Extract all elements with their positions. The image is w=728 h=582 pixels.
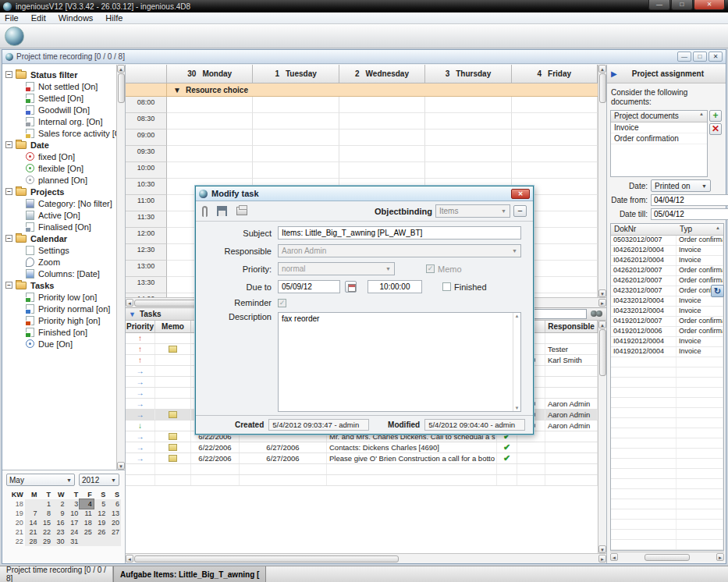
expander-icon[interactable]: −	[5, 188, 12, 195]
date-till-input[interactable]	[651, 208, 728, 220]
calendar-day[interactable]: 20	[107, 518, 121, 527]
scroll-left-icon[interactable]: ◄	[126, 299, 133, 307]
calendar-vertical-scrollbar[interactable]: ▲ ▼	[598, 65, 606, 297]
tree-item-settled-on[interactable]: Settled [On]	[5, 92, 116, 104]
memo-column-header[interactable]: Memo	[155, 321, 191, 332]
calendar-slot[interactable]	[512, 113, 598, 130]
tasks-vertical-scrollbar[interactable]: ▲ ▼	[598, 321, 606, 553]
calendar-slot[interactable]	[253, 97, 339, 113]
tree-item-priority-high-on[interactable]: Priority high [on]	[5, 314, 116, 326]
dok-row[interactable]: I04232012/0004Invoice	[611, 296, 723, 307]
calendar-day[interactable]: 13	[107, 509, 121, 518]
tree-item-fixed-on[interactable]: fixed [On]	[5, 151, 116, 162]
subject-input[interactable]	[278, 226, 521, 240]
dok-row[interactable]: I04232012/0004Invoice	[611, 307, 723, 317]
calendar-slot[interactable]	[167, 146, 253, 162]
scroll-down-icon[interactable]: ▼	[598, 545, 606, 553]
add-document-button[interactable]: +	[709, 110, 722, 122]
calendar-slot[interactable]	[339, 130, 425, 146]
calendar-day[interactable]: 17	[66, 518, 80, 527]
minimize-button[interactable]: —	[648, 0, 670, 10]
calendar-day[interactable]: 10	[66, 509, 80, 518]
doc-list-item[interactable]: Invoice	[611, 122, 707, 133]
tree-item-goodwill-on[interactable]: Goodwill [On]	[5, 104, 116, 115]
scroll-right-icon[interactable]: ►	[716, 553, 724, 561]
tree-group-date[interactable]: −Date	[5, 139, 116, 151]
mdi-close-button[interactable]: ✕	[708, 51, 723, 62]
dialog-close-button[interactable]: ✕	[511, 189, 530, 199]
doknr-column-header[interactable]: DokNr	[611, 224, 677, 235]
description-textarea[interactable]: fax reorder	[279, 313, 513, 411]
calendar-slot[interactable]	[167, 97, 253, 113]
calendar-day[interactable]: 21	[25, 527, 39, 537]
close-button[interactable]: ✕	[694, 0, 725, 10]
scroll-right-icon[interactable]: ►	[598, 555, 606, 562]
tree-group-calendar[interactable]: −Calendar	[5, 232, 116, 244]
scroll-down-icon[interactable]: ▼	[515, 406, 520, 410]
resource-choice-band[interactable]: ▼ Resource choice	[167, 83, 598, 97]
scrollbar-thumb[interactable]	[645, 554, 690, 561]
search-binoculars-icon[interactable]	[591, 311, 603, 318]
calendar-day[interactable]: 30	[52, 537, 66, 546]
calendar-slot[interactable]	[253, 113, 339, 130]
calendar-day[interactable]: 31	[66, 537, 80, 546]
typ-column-header[interactable]: Typ	[677, 224, 716, 235]
objectbinding-select[interactable]: Items ▼	[435, 204, 510, 218]
date-mode-select[interactable]: Printed on ▼	[651, 179, 711, 192]
sidebar-scrollbar[interactable]: ▲ ▼	[116, 65, 125, 470]
calendar-day[interactable]: 18	[80, 518, 94, 527]
scroll-right-icon[interactable]: ►	[598, 299, 606, 307]
calendar-day[interactable]: 4	[80, 499, 94, 509]
scrollbar-thumb[interactable]	[599, 329, 606, 376]
tree-item-columns-date[interactable]: Columns: [Date]	[5, 268, 116, 279]
status-task-tab[interactable]: Aufgabe Items: Little_Big_T_awning [	[113, 566, 266, 582]
calendar-day[interactable]: 15	[38, 518, 52, 527]
finished-checkbox[interactable]	[442, 282, 451, 291]
calendar-slot[interactable]	[512, 97, 598, 113]
dok-row[interactable]: 04192012/0006Order confirma	[611, 327, 723, 337]
calendar-day[interactable]: 26	[94, 527, 108, 537]
due-date-calendar-button[interactable]	[345, 281, 357, 293]
tree-item-planned-on[interactable]: planned [On]	[5, 174, 116, 186]
collapse-triangle-icon[interactable]: ▼	[173, 86, 181, 94]
dok-row[interactable]: I04262012/0004Invoice	[611, 246, 723, 256]
tree-group-tasks[interactable]: −Tasks	[5, 279, 116, 291]
dok-row[interactable]: I04192012/0004Invoice	[611, 347, 723, 357]
calendar-slot[interactable]	[339, 97, 425, 113]
task-row[interactable]: →6/22/20066/27/2006Please give O' Brien …	[126, 453, 598, 464]
scrollbar-thumb[interactable]	[118, 73, 125, 103]
priority-column-header[interactable]: Priority	[126, 321, 155, 332]
day-header-tuesday[interactable]: 1Tuesday	[253, 65, 339, 83]
tree-group-projects[interactable]: −Projects	[5, 186, 116, 197]
scroll-up-icon[interactable]: ▲	[598, 65, 606, 73]
mdi-minimize-button[interactable]: —	[677, 51, 691, 62]
tree-item-finalised-on[interactable]: Finalised [On]	[5, 221, 116, 232]
day-header-wednesday[interactable]: 2Wednesday	[339, 65, 425, 83]
due-time-input[interactable]	[368, 280, 422, 293]
calendar-slot[interactable]	[167, 113, 253, 130]
expand-triangle-icon[interactable]: ▶	[611, 69, 617, 78]
calendar-slot[interactable]	[253, 162, 339, 179]
scroll-up-icon[interactable]: ▲	[598, 321, 606, 328]
year-select[interactable]: 2012 ▼	[79, 474, 119, 486]
calendar-slot[interactable]	[253, 130, 339, 146]
month-select[interactable]: May ▼	[6, 474, 75, 486]
scroll-up-icon[interactable]: ▲	[515, 314, 520, 318]
scroll-left-icon[interactable]: ◄	[610, 553, 618, 561]
calendar-day[interactable]: 14	[25, 518, 39, 527]
calendar-slot[interactable]	[339, 146, 425, 162]
attachment-icon[interactable]	[202, 206, 208, 217]
tree-item-sales-force-activity-on[interactable]: Sales force activity [On]	[5, 127, 116, 139]
due-date-input[interactable]	[278, 280, 340, 293]
calendar-slot[interactable]	[425, 146, 511, 162]
calendar-day[interactable]: 19	[94, 518, 108, 527]
calendar-slot[interactable]	[512, 130, 598, 146]
responsible-select[interactable]: Aaron Admin ▼	[278, 244, 521, 257]
dok-row[interactable]: 04262012/0007Order confirma	[611, 276, 723, 286]
dok-row[interactable]: I04192012/0004Invoice	[611, 337, 723, 347]
tree-group-status-filter[interactable]: −Status filter	[5, 69, 116, 80]
calendar-slot[interactable]	[512, 162, 598, 179]
calendar-slot[interactable]	[253, 146, 339, 162]
project-documents-list[interactable]: Project documents ▲ InvoiceOrder confirm…	[610, 110, 708, 177]
tree-item-not-settled-on[interactable]: Not settled [On]	[5, 80, 116, 92]
